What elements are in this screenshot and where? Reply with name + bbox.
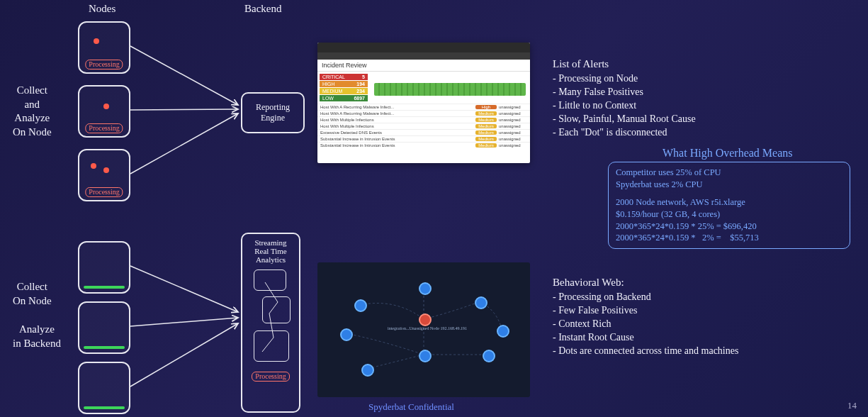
graph-center-label: integration...Unassigned Node 192.168.49… bbox=[381, 326, 473, 330]
overhead-line: 2000*365*24*0.159 * 2% = $55,713 bbox=[616, 232, 842, 244]
node-top-1: Processing bbox=[78, 21, 130, 74]
severity-list: CRITICAL5 HIGH194 MEDIUM234 LOW6897 bbox=[317, 72, 370, 104]
col-header-backend: Backend bbox=[244, 3, 281, 15]
col-header-nodes: Nodes bbox=[89, 3, 115, 15]
svg-line-6 bbox=[130, 113, 238, 174]
list-item: - Slow, Painful, Manual Root Cause bbox=[553, 113, 696, 126]
list-item: - Each "Dot" is disconnected bbox=[553, 126, 696, 140]
processing-tag: Processing bbox=[85, 60, 123, 70]
overhead-line: Spyderbat uses 2% CPU bbox=[616, 179, 842, 191]
node-top-3: Processing bbox=[78, 149, 130, 201]
graph-node-alert-icon bbox=[419, 313, 432, 326]
overhead-box: Competitor uses 25% of CPU Spyderbat use… bbox=[608, 162, 850, 249]
processing-tag: Processing bbox=[85, 187, 123, 197]
node-bottom-3 bbox=[78, 362, 130, 414]
sev-high: HIGH194 bbox=[320, 81, 368, 87]
node-top-2: Processing bbox=[78, 85, 130, 138]
sev-medium: MEDIUM234 bbox=[320, 88, 368, 94]
node-bottom-2 bbox=[78, 301, 130, 354]
graph-node-icon bbox=[340, 328, 353, 341]
sev-critical: CRITICAL5 bbox=[320, 74, 368, 80]
reporting-engine-box: Reporting Engine bbox=[241, 92, 305, 133]
page-number: 14 bbox=[847, 400, 857, 411]
graph-node-icon bbox=[419, 350, 432, 362]
green-bar-icon bbox=[84, 346, 125, 349]
streaming-analytics-box: Streaming Real Time Analytics Processing bbox=[241, 233, 300, 413]
list-item: - Instant Root Cause bbox=[553, 331, 738, 345]
graph-node-icon bbox=[483, 350, 495, 362]
dot-icon bbox=[91, 163, 96, 169]
incident-review-screenshot: Incident Review CRITICAL5 HIGH194 MEDIUM… bbox=[317, 43, 530, 163]
list-item: - Many False Positives bbox=[553, 86, 696, 99]
dot-icon bbox=[103, 167, 109, 173]
table-row: Host With A Recurring Malware Infect...H… bbox=[317, 104, 530, 110]
green-bar-icon bbox=[84, 406, 125, 409]
dot-icon bbox=[103, 104, 109, 109]
svg-line-7 bbox=[130, 266, 238, 312]
side-label-bottom-a: Collect On Node bbox=[13, 280, 52, 308]
timeline-area bbox=[370, 72, 530, 104]
streaming-label: Streaming Real Time Analytics bbox=[254, 238, 287, 264]
spyderbat-graph-screenshot: integration...Unassigned Node 192.168.49… bbox=[317, 262, 530, 397]
list-item: - Context Rich bbox=[553, 318, 738, 331]
alerts-title: List of Alerts bbox=[553, 57, 696, 71]
list-item: - Processing on Node bbox=[553, 72, 696, 86]
graph-node-icon bbox=[419, 282, 432, 295]
svg-line-4 bbox=[130, 46, 238, 105]
footer-confidential: Spyderbat Confidential bbox=[368, 401, 454, 413]
web-title: Behavioral Web: bbox=[553, 275, 738, 289]
graph-node-icon bbox=[361, 364, 374, 377]
overhead-line: $0.159/hour (32 GB, 4 cores) bbox=[616, 208, 842, 221]
table-row: Host With Multiple InfectionsMediumunass… bbox=[317, 116, 530, 123]
timeline-strip bbox=[374, 83, 526, 96]
green-bar-icon bbox=[84, 286, 125, 289]
table-row: Substantial Increase in Intrusion Events… bbox=[317, 135, 530, 142]
mini-graph bbox=[251, 268, 291, 367]
web-list: Behavioral Web: - Processing on Backend … bbox=[553, 275, 738, 358]
svg-line-5 bbox=[130, 109, 238, 110]
incident-review-title: Incident Review bbox=[317, 60, 530, 72]
mock-nav bbox=[317, 52, 530, 60]
mini-group-2 bbox=[262, 296, 291, 323]
graph-node-icon bbox=[497, 325, 509, 338]
mini-group-3 bbox=[254, 330, 289, 362]
graph-node-icon bbox=[475, 296, 487, 309]
overhead-line: Competitor uses 25% of CPU bbox=[616, 167, 842, 179]
node-bottom-1 bbox=[78, 241, 130, 294]
svg-line-9 bbox=[130, 323, 238, 387]
side-label-bottom-b: Analyze in Backend bbox=[13, 323, 61, 350]
processing-tag: Processing bbox=[252, 372, 289, 382]
incident-table: Host With A Recurring Malware Infect...H… bbox=[317, 104, 530, 148]
overhead-line: 2000 Node network, AWS r5i.xlarge bbox=[616, 196, 842, 208]
svg-line-8 bbox=[130, 318, 238, 326]
dot-icon bbox=[94, 38, 99, 44]
table-row: Excessive Detected DNS EventsMediumunass… bbox=[317, 129, 530, 135]
list-item: - Processing on Backend bbox=[553, 291, 738, 304]
alerts-list: List of Alerts - Processing on Node - Ma… bbox=[553, 57, 696, 140]
overhead-title: What High Overhead Means bbox=[663, 147, 793, 160]
table-row: Substantial Increase in Intrusion Events… bbox=[317, 142, 530, 148]
table-row: Host With A Recurring Malware Infect...M… bbox=[317, 110, 530, 116]
mock-appbar bbox=[317, 43, 530, 52]
processing-tag: Processing bbox=[85, 123, 123, 133]
table-row: Host With Multiple InfectionsMediumunass… bbox=[317, 123, 530, 129]
sev-low: LOW6897 bbox=[320, 95, 368, 101]
list-item: - Few False Positives bbox=[553, 304, 738, 318]
list-item: - Dots are connected across time and mac… bbox=[553, 345, 738, 358]
graph-node-icon bbox=[354, 299, 367, 312]
overhead-line: 2000*365*24*0.159 * 25% = $696,420 bbox=[616, 221, 842, 233]
side-label-top: Collect and Analyze On Node bbox=[13, 84, 52, 139]
list-item: - Little to no Context bbox=[553, 99, 696, 113]
mini-group-1 bbox=[254, 269, 286, 291]
